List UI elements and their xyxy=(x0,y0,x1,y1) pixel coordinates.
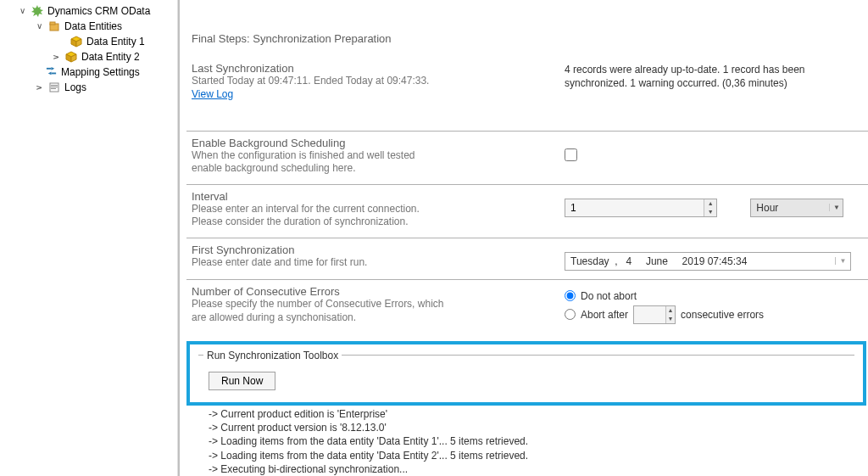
interval-input[interactable] xyxy=(565,202,704,214)
run-sync-toolbox-highlight: Run Synchronization Toolbox Run Now xyxy=(186,341,866,406)
connection-gear-icon xyxy=(31,4,44,18)
run-now-button[interactable]: Run Now xyxy=(209,372,275,390)
tree-entity2-label[interactable]: Data Entity 2 xyxy=(81,49,140,64)
entity-icon xyxy=(64,50,78,64)
entities-folder-icon xyxy=(47,20,61,33)
errors-l2: are allowed during a synchonisation. xyxy=(192,311,548,325)
vertical-divider xyxy=(178,0,180,476)
expand-icon[interactable]: ∨ xyxy=(17,3,27,19)
chevron-down-icon: ▼ xyxy=(829,204,843,211)
interval-title: Interval xyxy=(192,190,548,203)
abort-after-count-spinbox[interactable]: ▲▼ xyxy=(633,305,676,324)
interval-unit-text: Hour xyxy=(751,202,829,214)
bg-scheduling-checkbox[interactable] xyxy=(565,148,577,161)
radio-do-not-abort[interactable]: Do not abort xyxy=(565,290,868,302)
last-sync-title: Last Synchronization xyxy=(192,62,548,75)
page-title: Final Steps: Synchronization Preparation xyxy=(186,0,868,62)
svg-marker-12 xyxy=(47,71,51,75)
last-sync-summary: 4 records were already up-to-date. 1 rec… xyxy=(565,64,836,90)
interval-unit-combo[interactable]: Hour ▼ xyxy=(750,199,843,217)
log-line: Loading items from the data entity 'Data… xyxy=(209,449,868,462)
expand-icon[interactable]: ∨ xyxy=(48,52,64,62)
interval-l2: Please consider the duration of synchron… xyxy=(192,216,548,229)
first-sync-desc: Please enter date and time for first run… xyxy=(192,256,548,270)
svg-rect-16 xyxy=(51,88,56,89)
bg-title: Enable Background Scheduling xyxy=(192,137,548,149)
radio-do-not-abort-label: Do not abort xyxy=(581,290,637,302)
svg-rect-15 xyxy=(51,87,58,87)
section-last-sync: Last Synchronization Started Today at 09… xyxy=(186,62,868,109)
first-sync-date-text: Tuesday , 4 June 2019 07:45:34 xyxy=(570,255,747,267)
last-sync-desc: Started Today at 09:47:11. Ended Today a… xyxy=(192,75,548,88)
log-line: Loading items from the data entity 'Data… xyxy=(209,434,868,448)
svg-marker-10 xyxy=(51,66,54,70)
mapping-icon xyxy=(44,65,58,79)
bg-desc-l1: When the configuration is finished and w… xyxy=(192,149,548,163)
radio-abort-after-input[interactable] xyxy=(565,309,576,320)
logs-icon xyxy=(47,81,61,94)
entity-icon xyxy=(70,35,83,48)
interval-l1: Please enter an interval for the current… xyxy=(192,203,548,216)
spin-buttons[interactable]: ▲▼ xyxy=(704,199,716,216)
errors-l1: Please specify the number of Consecutive… xyxy=(192,298,548,311)
tree-root-label[interactable]: Dynamics CRM OData xyxy=(47,3,150,19)
section-first-sync: First Synchronization Please enter date … xyxy=(186,238,868,279)
abort-after-count-input[interactable] xyxy=(634,309,665,321)
tree-entity1-label[interactable]: Data Entity 1 xyxy=(86,34,145,49)
radio-abort-after-post: consecutive errors xyxy=(681,309,764,321)
tree-entities-label[interactable]: Data Entities xyxy=(64,19,122,34)
log-line: Executing bi-directional synchronization… xyxy=(209,462,868,476)
log-line: Current product version is '8.12.13.0' xyxy=(209,421,868,434)
errors-title: Number of Consecutive Errors xyxy=(192,285,548,298)
toolbox-title: Run Synchronization Toolbox xyxy=(203,350,342,361)
sidebar-tree: ∨ Dynamics CRM OData ∨ Data Entities ∨ D… xyxy=(0,0,178,476)
expand-icon[interactable]: ∨ xyxy=(34,19,44,34)
section-bg-scheduling: Enable Background Scheduling When the co… xyxy=(186,131,868,184)
main-panel: Final Steps: Synchronization Preparation… xyxy=(186,0,868,476)
tree-mapping-label[interactable]: Mapping Settings xyxy=(61,64,140,80)
log-line: Current product edition is 'Enterprise' xyxy=(209,407,868,421)
sync-log-output: Current product edition is 'Enterprise' … xyxy=(186,406,868,476)
section-consec-errors: Number of Consecutive Errors Please spec… xyxy=(186,279,868,336)
svg-rect-2 xyxy=(50,22,55,25)
bg-desc-l2: enable background scheduling here. xyxy=(192,162,548,176)
view-log-link[interactable]: View Log xyxy=(192,88,233,100)
radio-abort-after[interactable]: Abort after ▲▼ consecutive errors xyxy=(565,305,868,324)
svg-rect-14 xyxy=(51,85,58,86)
interval-spinbox[interactable]: ▲▼ xyxy=(565,199,717,217)
radio-abort-after-pre: Abort after xyxy=(581,309,628,321)
radio-do-not-abort-input[interactable] xyxy=(565,290,576,301)
tree-logs-label[interactable]: Logs xyxy=(64,80,86,95)
calendar-dropdown-icon[interactable]: ▼ xyxy=(835,257,850,265)
expand-icon[interactable]: ∨ xyxy=(31,82,47,92)
spacer: ∨ xyxy=(56,34,66,49)
first-sync-title: First Synchronization xyxy=(192,244,548,256)
section-interval: Interval Please enter an interval for th… xyxy=(186,184,868,238)
first-sync-datepicker[interactable]: Tuesday , 4 June 2019 07:45:34 ▼ xyxy=(565,252,851,271)
spin-buttons[interactable]: ▲▼ xyxy=(665,306,675,323)
